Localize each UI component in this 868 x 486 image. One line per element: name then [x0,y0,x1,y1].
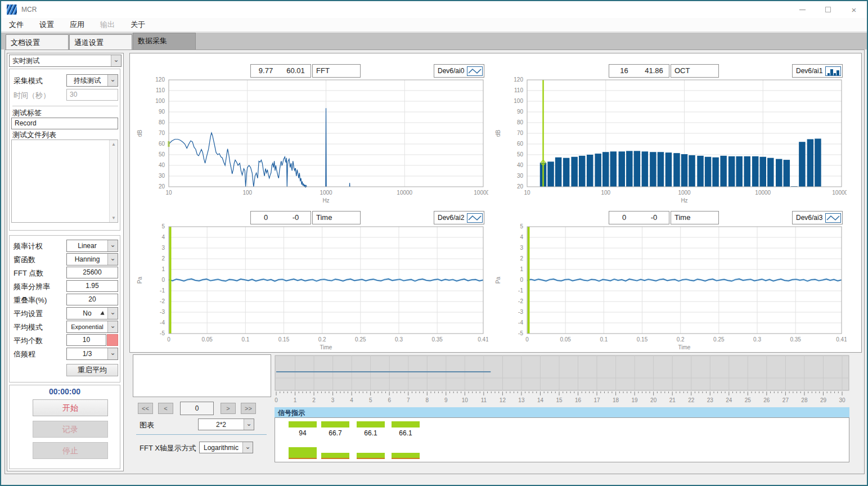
svg-text:25: 25 [745,397,752,403]
time-chart-ai2[interactable]: -5-4-3-2-101234500.050.10.150.20.250.30.… [134,221,488,354]
svg-text:30: 30 [159,173,165,179]
svg-text:0: 0 [275,397,278,403]
svg-text:28: 28 [801,397,808,403]
svg-text:-4: -4 [160,320,165,326]
signal-meter-bar [289,447,317,459]
nav-next-button[interactable]: > [221,403,236,414]
chevron-down-icon: ⌄ [242,442,253,453]
svg-text:3: 3 [331,397,335,403]
octave-select[interactable]: 1/3 ⌄ [66,348,118,360]
progress-timeline[interactable]: 0123456789101112131415161718192021222324… [275,354,851,407]
menu-file[interactable]: 文件 [1,18,32,32]
tab-data-acquisition[interactable]: 数据采集 [133,33,196,50]
avg-mode-select[interactable]: Exponential ⌄ [66,321,118,333]
signal-level-bar [321,421,349,428]
svg-text:0.15: 0.15 [278,336,290,343]
svg-text:4: 4 [161,234,165,240]
minimize-button[interactable] [789,1,815,18]
freq-weighting-label: 频率计权 [14,241,43,251]
tab-document-settings[interactable]: 文档设置 [6,34,69,50]
restart-avg-button[interactable]: 重启平均 [66,364,118,376]
svg-text:13: 13 [518,397,525,403]
chart-layout-select[interactable]: 2*2 ⌄ [198,418,254,430]
nav-first-button[interactable]: << [138,403,153,414]
signal-level-value: 66.1 [392,429,420,437]
avg-setting-label: 平均设置 [14,309,43,319]
svg-text:-2: -2 [160,298,165,304]
menu-apply[interactable]: 应用 [62,18,92,32]
svg-text:30: 30 [839,397,845,403]
maximize-button[interactable] [815,1,841,18]
svg-text:-2: -2 [518,298,523,304]
avg-count-input[interactable]: 10 [66,334,106,346]
svg-text:70: 70 [517,130,524,136]
window-func-select[interactable]: Hanning ⌄ [66,253,118,266]
signal-level-bar [357,421,385,428]
svg-text:10: 10 [165,190,172,196]
minimize-icon [799,10,806,10]
svg-text:0.1: 0.1 [241,336,249,343]
signal-level-value: 66.7 [321,429,349,437]
fft-points-input[interactable]: 25600 [66,267,118,278]
svg-text:0.2: 0.2 [318,336,326,343]
app-window: MCR × 文件 设置 应用 输出 关于 文档设置 通道设置 数据采集 实时测试… [0,0,868,486]
svg-text:50: 50 [159,151,165,158]
test-mode-select[interactable]: 实时测试 ⌄ [9,55,122,67]
chevron-down-icon: ⌄ [107,75,118,86]
svg-text:0.41: 0.41 [836,336,847,343]
time-chart-ai3[interactable]: -5-4-3-2-101234500.050.10.150.20.250.30.… [492,221,847,354]
svg-text:1000: 1000 [320,190,332,196]
fft-axis-mode-select[interactable]: Logarithmic ⌄ [199,442,253,453]
svg-text:12: 12 [500,397,506,403]
svg-text:0.2: 0.2 [677,336,685,343]
menu-settings[interactable]: 设置 [32,18,62,32]
file-list-scrollbar[interactable]: ▲ ▼ [109,140,118,222]
preview-box [133,354,271,397]
nav-index-input[interactable]: 0 [180,402,214,415]
menu-about[interactable]: 关于 [123,18,153,32]
svg-text:0: 0 [167,336,170,343]
svg-text:2: 2 [161,255,165,262]
svg-text:16: 16 [575,397,582,403]
svg-text:5: 5 [369,397,372,403]
test-file-list[interactable]: ▲ ▼ [11,140,118,223]
nav-prev-button[interactable]: < [158,403,173,414]
svg-text:17: 17 [594,397,601,403]
avg-count-label: 平均个数 [14,336,43,346]
svg-text:0.05: 0.05 [201,336,213,343]
start-button[interactable]: 开始 [33,399,108,416]
freq-resolution-input[interactable]: 1.95 [66,280,118,292]
nav-last-button[interactable]: >> [241,403,256,414]
fft-axis-mode-label: FFT X轴显示方式 [140,443,196,453]
svg-text:4: 4 [350,397,353,403]
avg-setting-select[interactable]: No ⌄ [66,307,118,320]
svg-text:5: 5 [161,223,165,230]
svg-text:60: 60 [159,141,165,147]
overlap-input[interactable]: 20 [66,294,118,305]
scroll-down-icon[interactable]: ▼ [110,215,118,220]
freq-weighting-select[interactable]: Linear ⌄ [66,240,118,252]
fft-chart[interactable]: 2030405060708090100110120101001000100001… [134,74,488,207]
oct-chart[interactable]: 2030405060708090100110120101001000100001… [492,74,847,207]
svg-text:Pa: Pa [137,276,143,284]
svg-text:2: 2 [312,397,316,403]
acq-mode-select[interactable]: 持续测试 ⌄ [66,74,118,87]
svg-text:-5: -5 [160,330,165,336]
chevron-down-icon: ⌄ [107,240,118,251]
svg-text:4: 4 [520,234,523,240]
svg-text:0.15: 0.15 [637,336,648,343]
tab-channel-settings[interactable]: 通道设置 [69,34,132,50]
chevron-down-icon: ⌄ [107,321,118,332]
close-button[interactable]: × [841,1,867,18]
svg-text:-3: -3 [160,309,165,315]
chart-layout-label: 图表 [140,420,154,430]
test-label-input[interactable]: Record [11,118,118,129]
duration-label: 时间（秒） [14,91,50,101]
svg-text:10: 10 [462,397,469,403]
elapsed-timer: 00:00:00 [9,387,120,396]
freq-resolution-label: 频率分辨率 [14,282,50,292]
scroll-up-icon[interactable]: ▲ [110,142,118,147]
svg-text:60: 60 [517,141,524,147]
svg-text:1: 1 [161,266,165,272]
svg-text:21: 21 [669,397,676,403]
